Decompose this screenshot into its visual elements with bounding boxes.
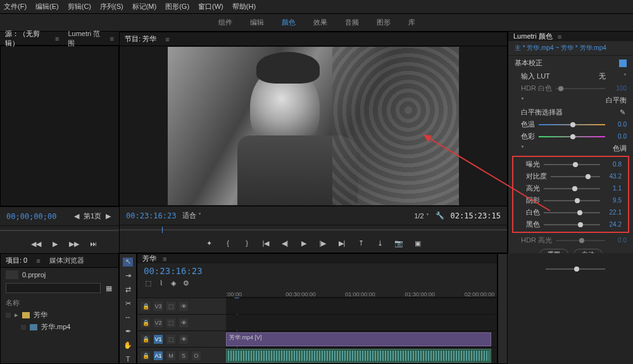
audio-clip[interactable] <box>226 349 491 363</box>
fit-dropdown[interactable]: 适合 ˅ <box>182 211 201 220</box>
pen-tool-icon[interactable]: ✒ <box>123 327 133 336</box>
ws-library[interactable]: 库 <box>408 18 415 27</box>
zoom-dropdown[interactable]: 1/2 ˅ <box>414 212 429 220</box>
source-scrubber[interactable] <box>0 225 119 234</box>
markout-icon[interactable]: } <box>242 239 251 248</box>
marker-tl-icon[interactable]: ◈ <box>169 279 178 287</box>
menu-sequence[interactable]: 序列(S) <box>100 2 123 11</box>
goto-in-icon[interactable]: |◀ <box>261 239 270 248</box>
tab-sequence[interactable]: 芳华 <box>142 254 156 263</box>
project-col-name[interactable]: 名称 <box>6 297 113 309</box>
menu-marker[interactable]: 标记(M) <box>132 2 157 11</box>
a1-lock-icon[interactable]: 🔒 <box>141 351 150 360</box>
step-back-icon[interactable]: ◀| <box>280 239 289 248</box>
menu-edit[interactable]: 编辑(E) <box>35 2 59 11</box>
search-filter-icon[interactable]: ▦ <box>104 284 113 292</box>
ws-editing[interactable]: 编辑 <box>250 18 264 27</box>
shadows-value[interactable]: 9.5 <box>604 197 622 204</box>
extract-icon[interactable]: ⤓ <box>375 239 384 248</box>
sat-slider[interactable] <box>546 268 605 270</box>
a1-solo[interactable]: S <box>179 351 188 360</box>
temp-value[interactable]: 0.0 <box>609 121 627 128</box>
ws-effects[interactable]: 效果 <box>313 18 327 27</box>
v2-eye-icon[interactable]: 👁 <box>179 318 188 327</box>
add-marker-icon[interactable]: ✦ <box>204 239 213 248</box>
page-prev-icon[interactable]: ◀ <box>72 212 81 221</box>
program-monitor[interactable] <box>120 46 507 206</box>
play-toggle-icon[interactable]: ▶ <box>299 239 308 248</box>
v2-toggle[interactable]: V2 <box>154 318 163 327</box>
slip-tool-icon[interactable]: ↔ <box>123 313 133 322</box>
tint-slider[interactable] <box>539 136 605 137</box>
timeline-timecode[interactable]: 00:23:16:23 <box>144 266 203 276</box>
ripple-tool-icon[interactable]: ⇄ <box>123 286 133 294</box>
settings-tl-icon[interactable]: ⚙ <box>182 279 191 287</box>
project-menu-icon[interactable]: ≡ <box>36 257 40 265</box>
blacks-value[interactable]: 24.2 <box>604 221 622 228</box>
step-fwd-icon[interactable]: |▶ <box>318 239 327 248</box>
v3-lock-icon[interactable]: 🔒 <box>141 302 150 311</box>
wrench-icon[interactable]: 🔧 <box>436 211 444 220</box>
program-scrubber[interactable] <box>120 225 507 234</box>
track-select-tool-icon[interactable]: ⇥ <box>123 272 133 280</box>
project-search-input[interactable] <box>6 283 101 293</box>
v3-eye-icon[interactable]: 👁 <box>179 302 188 311</box>
step-icon[interactable]: ⏭ <box>89 239 97 248</box>
ws-assembly[interactable]: 组件 <box>218 18 232 27</box>
bin-row[interactable]: ▸ 芳华 <box>6 309 113 321</box>
temp-slider[interactable] <box>539 124 605 125</box>
v1-sync[interactable]: ⬚ <box>166 335 175 344</box>
exposure-value[interactable]: 0.8 <box>604 161 622 168</box>
contrast-slider[interactable] <box>551 176 600 177</box>
video-clip[interactable]: 芳华.mp4 [V] <box>226 332 491 346</box>
tracks-area[interactable]: 🔒V3⬚👁 🔒V2⬚👁 🔒V1⬚👁 芳华.mp4 [V] 🔒A1MSO <box>137 298 497 363</box>
tab-source[interactable]: 源：（无剪辑） <box>5 29 46 48</box>
menu-graphics[interactable]: 图形(G) <box>165 2 189 11</box>
tab-project[interactable]: 项目: 0 <box>6 256 27 265</box>
tab-source-menu-icon[interactable]: ≡ <box>55 35 59 42</box>
highlights-slider[interactable] <box>544 188 600 189</box>
lift-icon[interactable]: ⤒ <box>356 239 365 248</box>
section-tone[interactable]: ˅ 色调 <box>508 142 633 154</box>
shadows-slider[interactable] <box>544 200 600 201</box>
v2-sync[interactable]: ⬚ <box>166 318 175 327</box>
export-frame-icon[interactable]: 📷 <box>394 239 403 248</box>
section-wb[interactable]: ˅ 白平衡 <box>508 94 633 106</box>
hand-tool-icon[interactable]: ✋ <box>123 341 133 349</box>
menu-file[interactable]: 文件(F) <box>4 2 27 11</box>
blacks-slider[interactable] <box>544 224 600 225</box>
page-next-icon[interactable]: ▶ <box>104 212 113 221</box>
tab-lumetri-scopes[interactable]: Lumetri 范围 <box>68 29 101 48</box>
clip-row[interactable]: 芳华.mp4 <box>6 321 113 333</box>
play-icon[interactable]: ▶ <box>51 239 60 248</box>
exposure-slider[interactable] <box>544 164 600 165</box>
whites-slider[interactable] <box>544 212 600 213</box>
menu-window[interactable]: 窗口(W) <box>198 2 223 11</box>
menu-clip[interactable]: 剪辑(C) <box>68 2 91 11</box>
highlights-value[interactable]: 1.1 <box>604 185 622 192</box>
v3-sync[interactable]: ⬚ <box>166 302 175 311</box>
compare-icon[interactable]: ▣ <box>413 239 422 248</box>
link-icon[interactable]: ⌇ <box>156 279 165 287</box>
contrast-value[interactable]: 43.2 <box>604 173 622 180</box>
a1-out[interactable]: O <box>192 351 201 360</box>
basic-toggle-checkbox[interactable] <box>619 60 627 67</box>
markin-icon[interactable]: { <box>223 239 232 248</box>
v1-lock-icon[interactable]: 🔒 <box>141 335 150 344</box>
ws-graphics[interactable]: 图形 <box>377 18 391 27</box>
tab-scopes-menu-icon[interactable]: ≡ <box>110 35 114 42</box>
razor-tool-icon[interactable]: ✂ <box>123 299 133 308</box>
goto-out-icon[interactable]: ▶| <box>337 239 346 248</box>
a1-toggle[interactable]: A1 <box>154 351 163 360</box>
tab-program[interactable]: 节目: 芳华 <box>125 34 156 44</box>
snap-icon[interactable]: ⬚ <box>144 279 153 287</box>
ws-color[interactable]: 颜色 <box>282 18 296 27</box>
v3-toggle[interactable]: V3 <box>154 302 163 311</box>
v1-toggle[interactable]: V1 <box>154 335 163 344</box>
tint-value[interactable]: 0.0 <box>609 133 627 140</box>
lut-dropdown[interactable]: 无 ˅ <box>599 72 627 81</box>
eyedropper-icon[interactable]: ✎ <box>618 108 627 117</box>
mark-out-icon[interactable]: ▶▶ <box>70 239 78 248</box>
v1-eye-icon[interactable]: 👁 <box>179 335 188 344</box>
program-timecode[interactable]: 00:23:16:23 <box>126 211 176 220</box>
